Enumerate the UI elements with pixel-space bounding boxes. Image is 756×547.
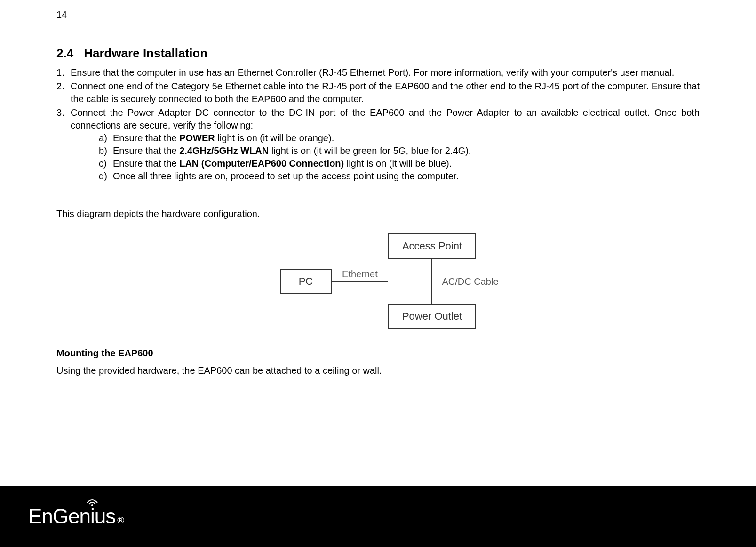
diagram-label-acdc: AC/DC Cable [442,276,498,287]
diagram-connector-acdc: AC/DC Cable [431,259,432,304]
wifi-icon [86,496,98,506]
mounting-text: Using the provided hardware, the EAP600 … [56,365,700,376]
substep-list: Ensure that the POWER light is on (it wi… [71,132,700,183]
svg-point-0 [91,504,93,506]
brand-logo: EnGenius® [28,505,124,528]
diagram-label-ethernet: Ethernet [342,269,378,280]
list-item: Once all three lights are on, proceed to… [99,170,700,183]
diagram-box-power-outlet: Power Outlet [388,304,476,329]
diagram-connector-ethernet: Ethernet [332,281,388,282]
list-item: Connect the Power Adapter DC connector t… [56,106,700,183]
instruction-list: Ensure that the computer in use has an E… [56,66,700,183]
step-text: Connect the Power Adapter DC connector t… [71,107,700,130]
section-heading: 2.4Hardware Installation [56,46,700,61]
step-text: Connect one end of the Category 5e Ether… [71,81,700,104]
step-text: Ensure that the computer in use has an E… [71,67,674,78]
diagram-caption: This diagram depicts the hardware config… [56,209,700,219]
diagram-box-pc: PC [280,269,332,294]
mounting-heading: Mounting the EAP600 [56,348,700,359]
diagram-box-access-point: Access Point [388,233,476,259]
section-number: 2.4 [56,46,73,61]
list-item: Ensure that the POWER light is on (it wi… [99,132,700,145]
list-item: Ensure that the computer in use has an E… [56,66,700,79]
list-item: Connect one end of the Category 5e Ether… [56,80,700,105]
section-title: Hardware Installation [84,46,207,60]
list-item: Ensure that the LAN (Computer/EAP600 Con… [99,157,700,170]
diagram: PC Ethernet Access Point AC/DC Cable Pow… [56,233,700,329]
page-number: 14 [56,9,700,20]
list-item: Ensure that the 2.4GHz/5GHz WLAN light i… [99,145,700,157]
footer: EnGenius® [0,486,756,547]
